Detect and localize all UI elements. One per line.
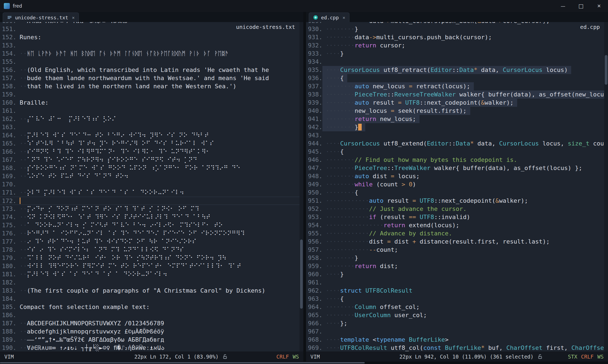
editor-line[interactable]: 963.····{ — [306, 295, 608, 303]
editor-line[interactable]: 965.········UserColumn user_col; — [306, 311, 608, 319]
editor-line[interactable]: 160.Braille: — [0, 99, 303, 107]
editor-line[interactable]: 960.····} — [306, 270, 608, 278]
editor-line[interactable]: 968.····template <typename BufferLike> — [306, 336, 608, 344]
editor-line[interactable]: 167.··⠁⠝⠙ ⠹⠑ ⠡⠊⠑⠋ ⠍⠳⠗⠝⠻⠲ ⡎⠊⠗⠕⠕⠛⠑ ⠎⠊⠛⠝⠫ ⠊… — [0, 156, 303, 164]
editor-line[interactable]: 946.········// Find out how many bytes t… — [306, 156, 608, 164]
editor-line[interactable]: 952.············// Just advance the curs… — [306, 205, 608, 213]
editor-line[interactable]: 171.··⡕⠇⠙ ⡍⠜⠇⠑⠹ ⠺⠁⠎ ⠁⠎ ⠙⠑⠁⠙ ⠁⠎ ⠁ ⠙⠕⠕⠗⠤⠝⠁… — [0, 189, 303, 197]
editor-line[interactable]: 165.··⠱⠁⠞⠑⠧⠻ ⠁⠃⠳⠞ ⠹⠁⠞⠲ ⡹⠑ ⠗⠑⠛⠊⠌⠻ ⠕⠋ ⠙⠊⠎ … — [0, 139, 303, 148]
editor-line[interactable]: 954.················return extend(locus)… — [306, 221, 608, 229]
editor-line[interactable]: 172. — [0, 197, 303, 205]
editor-line[interactable]: 153. — [0, 41, 303, 50]
editor-line[interactable]: 947.········PieceTree::TreeWalker walker… — [306, 164, 608, 172]
editor-line[interactable]: 957.············--count; — [306, 246, 608, 254]
editor-line[interactable]: 169.··⠡⠕⠎⠑ ⠞⠕ ⠏⠥⠞ ⠙⠊⠎ ⠙⠁⠝⠙ ⠞⠕⠲ — [0, 172, 303, 180]
tab-close-icon[interactable]: ✕ — [72, 15, 75, 20]
editor-line[interactable]: 157.··bude thaem lande northweardum with… — [0, 74, 303, 82]
editor-line[interactable]: 967. — [306, 327, 608, 336]
editor-line[interactable]: 961. — [306, 278, 608, 287]
editor-line[interactable]: 156.··(Old English, which transcribed in… — [0, 66, 303, 74]
scrollbar-thumb[interactable] — [0, 362, 365, 363]
right-editor[interactable]: 929.············data->multi_cursors.push… — [306, 22, 608, 351]
editor-line[interactable]: 174.··⠪⠝ ⠅⠝⠪⠇⠫⠛⠑⠂ ⠱⠁⠞ ⠹⠻⠑ ⠊⠎ ⠏⠜⠞⠊⠊⠥⠇⠜⠇⠹ … — [0, 213, 303, 221]
editor-line[interactable]: 939.········auto result = UTF8::next_cod… — [306, 99, 608, 107]
editor-line[interactable]: 190.··∀∂∈ℝ∧∪≡∞ ↑↗↨↻⇣ ┐┼╔╘░►☺♀ ﬁ�⑀₂ἠḂӥẄɐː… — [0, 344, 303, 351]
editor-line[interactable]: 177.··⠔ ⠹⠑ ⠞⠗⠁⠙⠑⠲ ⡃⠥⠞ ⠹⠑ ⠺⠊⠎⠙⠕⠍ ⠕⠋ ⠳⠗ ⠁⠝… — [0, 238, 303, 246]
editor-line[interactable]: 930.········} — [306, 25, 608, 33]
pane-divider[interactable] — [303, 12, 306, 362]
left-scrollbar[interactable] — [299, 22, 303, 351]
editor-line[interactable]: 943. — [306, 131, 608, 139]
editor-line[interactable]: 932.········return cursor; — [306, 41, 608, 50]
editor-line[interactable]: 950.········{ — [306, 189, 608, 197]
editor-line[interactable]: 163. — [0, 123, 303, 131]
editor-line[interactable]: 158.··that he lived in the northern land… — [0, 82, 303, 90]
editor-line[interactable]: 154.··ᚻᛖ ᚳᚹᚫᚦ ᚦᚫᛏ ᚻᛖ ᛒᚢᛞᛖ ᚩᚾ ᚦᚫᛗ ᛚᚪᚾᛞᛖ ᚾ… — [0, 50, 303, 58]
editor-line[interactable]: 189.··–—‘“”„†•…‰™œŠŸž€ ΑΒΓΔΩαβγδω АБВГДа… — [0, 336, 303, 344]
editor-line[interactable]: 186. — [0, 311, 303, 319]
whitespace-indicator[interactable]: WS — [597, 354, 604, 360]
tab-unicode-stress[interactable]: unicode-stress.txt ✕ — [3, 13, 79, 22]
editor-line[interactable]: 934. — [306, 58, 608, 66]
editor-line[interactable]: 958.········} — [306, 254, 608, 262]
editor-line[interactable]: 948.········auto dist = locus; — [306, 172, 608, 180]
editor-line[interactable]: 929.············data->multi_cursors.push… — [306, 22, 608, 25]
editor-line[interactable]: 966.····}; — [306, 319, 608, 327]
unlock-icon[interactable] — [537, 354, 543, 359]
editor-line[interactable]: 940.········new_locus = seek(result.firs… — [306, 107, 608, 115]
editor-line[interactable]: 173.··⡍⠔⠙⠖ ⡊ ⠙⠕⠝⠰⠞ ⠍⠑⠁⠝ ⠞⠕ ⠎⠁⠹ ⠹⠁⠞ ⡊ ⠅⠝⠪… — [0, 205, 303, 213]
editor-line[interactable]: 962.····struct UTF8ColResult — [306, 287, 608, 295]
editor-line[interactable]: 955.············// Advance by distance. — [306, 229, 608, 238]
eol-indicator[interactable]: CRLF — [581, 354, 594, 360]
editor-line[interactable]: 936.····{ — [306, 74, 608, 82]
editor-line[interactable]: 956.············dist = dist + distance(r… — [306, 238, 608, 246]
tab-ed-cpp[interactable]: ed.cpp ✕ — [309, 13, 349, 22]
editor-line[interactable]: 935.····CursorLocus utf8_retract(Editor:… — [306, 66, 608, 74]
editor-line[interactable]: 178.··⠊⠎ ⠔ ⠹⠑ ⠎⠊⠍⠊⠇⠑⠆ ⠁⠝⠙ ⠍⠹ ⠥⠝⠙⠁⠇⠇⠪⠫ ⠙⠁… — [0, 246, 303, 254]
editor-line[interactable]: 176.··⠗⠑⠛⠜⠙ ⠁ ⠊⠕⠋⠋⠔⠤⠝⠁⠊⠇ ⠁⠎ ⠹⠑ ⠙⠑⠁⠙⠑⠌ ⠏⠊… — [0, 229, 303, 238]
editor-line[interactable]: 170. — [0, 180, 303, 189]
editor-line[interactable]: 159. — [0, 90, 303, 99]
editor-line[interactable]: 184. — [0, 295, 303, 303]
editor-line[interactable]: 161. — [0, 107, 303, 115]
tab-close-icon[interactable]: ✕ — [343, 15, 345, 20]
eol-indicator[interactable]: CRLF — [276, 354, 289, 360]
editor-line[interactable]: 941.········return new_locus; — [306, 115, 608, 123]
left-editor[interactable]: 150.··እግዜር የከፈተውን ጉሮሮ ሳይዘጋው አይድርም።151.15… — [0, 22, 303, 351]
editor-line[interactable]: 187.··ABCDEFGHIJKLMNOPQRSTUVWXYZ /012345… — [0, 319, 303, 327]
editor-line[interactable]: 166.··⠎⠊⠛⠝⠫ ⠃⠹ ⠹⠑ ⠊⠇⠻⠛⠹⠍⠁⠝⠂ ⠹⠑ ⠊⠇⠻⠅⠂ ⠹⠑ … — [0, 148, 303, 156]
whitespace-indicator[interactable]: WS — [293, 354, 299, 360]
editor-line[interactable]: 188.··abcdefghijklmnopqrstuvwxyz £©µÀÆÖÞ… — [0, 327, 303, 336]
editor-line[interactable]: 162.··⡌⠁⠧⠑ ⠼⠁⠒ ⡍⠜⠇⠑⠹⠰⠎ ⡣⠕⠌ — [0, 115, 303, 123]
editor-line[interactable]: 164.··⡍⠜⠇⠑⠹ ⠺⠁⠎ ⠙⠑⠁⠙⠒ ⠞⠕ ⠃⠑⠛⠔ ⠺⠊⠹⠲ ⡹⠻⠑ ⠊… — [0, 131, 303, 139]
editor-line[interactable]: 969.····UTF8ColResult utf8_col(const Buf… — [306, 344, 608, 351]
editor-line[interactable]: 168.··⡎⠊⠗⠕⠕⠛⠑⠰⠎ ⠝⠁⠍⠑ ⠺⠁⠎ ⠛⠕⠕⠙ ⠥⠏⠕⠝ ⠰⡡⠁⠝⠛… — [0, 164, 303, 172]
editor-line[interactable]: 179.··⠩⠁⠇⠇ ⠝⠕⠞ ⠙⠊⠌⠥⠗⠃ ⠊⠞⠂ ⠕⠗ ⠹⠑ ⡊⠳⠝⠞⠗⠹⠰⠎… — [0, 254, 303, 262]
horizontal-scrollbar[interactable] — [0, 362, 608, 364]
editor-line[interactable]: 182. — [0, 278, 303, 287]
editor-line[interactable]: 959.········return dist; — [306, 262, 608, 270]
editor-line[interactable]: 933.····} — [306, 50, 608, 58]
editor-line[interactable]: 949.········while (count > 0) — [306, 180, 608, 189]
editor-line[interactable]: 175.··⠁ ⠙⠕⠕⠗⠤⠝⠁⠊⠇⠲ ⡊ ⠍⠊⠣⠞ ⠙⠁⠧⠑ ⠃⠑⠲ ⠔⠊⠇⠔⠫… — [0, 221, 303, 229]
editor-line[interactable]: 931.········data->multi_cursors.push_bac… — [306, 33, 608, 41]
minimize-button[interactable]: — — [554, 0, 572, 12]
editor-line[interactable]: 944.····CursorLocus utf8_extend(Editor::… — [306, 139, 608, 148]
editor-line[interactable]: 937.········auto new_locus = retract(loc… — [306, 82, 608, 90]
scrollbar-thumb[interactable] — [605, 55, 607, 85]
stx-indicator[interactable]: STX — [568, 354, 577, 360]
editor-line[interactable]: 155. — [0, 58, 303, 66]
editor-line[interactable]: 180.··⠺⠊⠇⠇ ⠹⠻⠑⠋⠕⠗⠑ ⠏⠻⠍⠊⠞ ⠍⠑ ⠞⠕ ⠗⠑⠏⠑⠁⠞⠂ ⠑… — [0, 262, 303, 270]
unlock-icon[interactable] — [222, 354, 228, 359]
editor-line[interactable]: 152.Runes: — [0, 33, 303, 41]
scrollbar-thumb[interactable] — [300, 239, 303, 309]
maximize-button[interactable]: □ — [572, 0, 590, 12]
right-scrollbar[interactable] — [604, 22, 608, 351]
close-button[interactable]: ✕ — [590, 0, 608, 12]
editor-line[interactable]: 185.Compact font selection example text: — [0, 303, 303, 311]
editor-line[interactable]: 964.········Column offset_col; — [306, 303, 608, 311]
editor-line[interactable]: 951.············auto result = UTF8::next… — [306, 197, 608, 205]
editor-line[interactable]: 181.··⡍⠜⠇⠑⠹ ⠺⠁⠎ ⠁⠎ ⠙⠑⠁⠙ ⠁⠎ ⠁ ⠙⠕⠕⠗⠤⠝⠁⠊⠇⠲ — [0, 270, 303, 278]
editor-line[interactable]: 938.········PieceTree::ReverseTreeWalker… — [306, 90, 608, 99]
editor-line[interactable]: 942.········} — [306, 123, 608, 131]
